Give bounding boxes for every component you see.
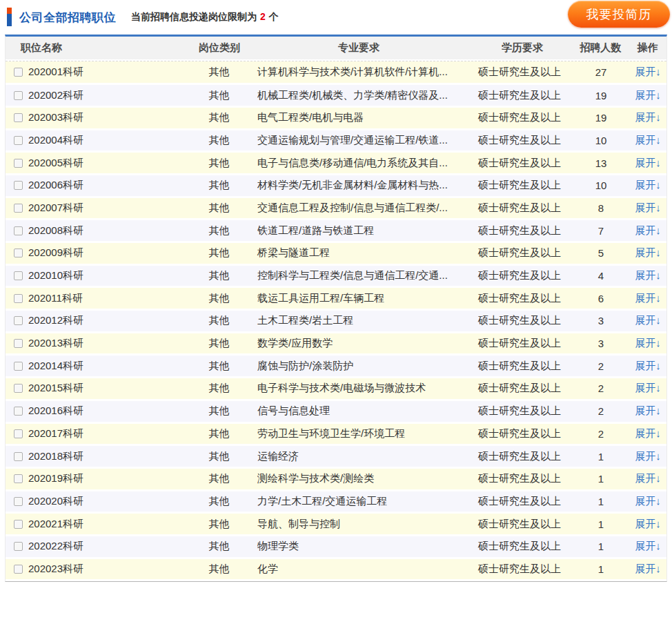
row-checkbox[interactable] [14,452,23,461]
job-major: 计算机科学与技术类/计算机软件/计算机... [245,61,473,84]
row-checkbox[interactable] [14,249,23,257]
job-education: 硕士研究生及以上 [473,287,573,310]
row-checkbox[interactable] [14,204,23,213]
job-name: 202020科研 [28,495,83,507]
job-count: 7 [573,220,629,242]
row-checkbox[interactable] [14,565,23,574]
submit-resume-button[interactable]: 我要投简历 [568,1,670,28]
row-checkbox[interactable] [14,113,23,122]
row-checkbox[interactable] [14,542,23,551]
row-checkbox[interactable] [14,362,23,371]
job-education: 硕士研究生及以上 [473,558,573,581]
row-checkbox[interactable] [14,429,23,438]
expand-link[interactable]: 展开↓ [635,450,661,462]
job-row: 202009科研其他桥梁与隧道工程硕士研究生及以上5展开↓ [6,242,666,265]
row-checkbox[interactable] [14,159,23,168]
job-row: 202020科研其他力学/土木工程/交通运输工程硕士研究生及以上1展开↓ [6,490,666,513]
expand-link[interactable]: 展开↓ [635,427,661,439]
job-category: 其他 [193,355,245,378]
expand-link[interactable]: 展开↓ [635,202,661,213]
expand-link[interactable]: 展开↓ [635,89,661,101]
expand-link[interactable]: 展开↓ [635,382,661,393]
job-major: 土木工程类/岩土工程 [245,310,473,333]
row-checkbox[interactable] [14,520,23,529]
job-row: 202002科研其他机械工程类/机械类、力学类/精密仪器及...硕士研究生及以上… [6,84,666,107]
job-name: 202003科研 [28,111,83,123]
job-name: 202013科研 [28,337,83,349]
job-education: 硕士研究生及以上 [473,220,573,242]
job-major: 电子与信息类/移动通信/电力系统及其自... [245,152,473,175]
job-count: 2 [573,400,629,422]
expand-link[interactable]: 展开↓ [635,540,661,552]
job-name: 202018科研 [28,450,83,462]
expand-link[interactable]: 展开↓ [635,518,661,529]
expand-link[interactable]: 展开↓ [635,157,661,168]
job-major: 材料学类/无机非金属材料/金属材料与热... [245,174,473,197]
row-checkbox[interactable] [14,68,23,77]
job-name: 202015科研 [28,382,83,393]
expand-link[interactable]: 展开↓ [635,405,661,416]
expand-link[interactable]: 展开↓ [635,495,661,507]
job-count: 6 [573,287,629,310]
row-checkbox[interactable] [14,384,23,393]
row-checkbox[interactable] [14,339,23,348]
job-count: 19 [573,84,629,107]
job-major: 力学/土木工程/交通运输工程 [245,490,473,513]
expand-link[interactable]: 展开↓ [635,224,661,236]
job-education: 硕士研究生及以上 [473,355,573,378]
job-category: 其他 [193,242,245,265]
row-checkbox[interactable] [14,474,23,483]
job-category: 其他 [193,174,245,197]
expand-link[interactable]: 展开↓ [635,337,661,349]
expand-link[interactable]: 展开↓ [635,134,661,146]
col-header-headcount: 招聘人数 [572,41,629,55]
job-major: 载运工具运用工程/车辆工程 [245,287,473,310]
expand-link[interactable]: 展开↓ [635,179,661,191]
job-count: 1 [573,513,629,536]
expand-link[interactable]: 展开↓ [635,269,661,281]
job-count: 1 [573,490,629,513]
job-major: 导航、制导与控制 [245,513,473,536]
expand-link[interactable]: 展开↓ [635,563,661,574]
job-education: 硕士研究生及以上 [473,490,573,513]
job-category: 其他 [193,513,245,536]
job-row: 202016科研其他信号与信息处理硕士研究生及以上2展开↓ [6,400,666,422]
row-checkbox[interactable] [14,91,23,100]
title-accent-bar [7,8,12,26]
job-category: 其他 [193,310,245,333]
expand-link[interactable]: 展开↓ [635,360,661,371]
job-name: 202006科研 [28,179,83,191]
expand-link[interactable]: 展开↓ [635,246,661,258]
job-count: 1 [573,445,629,468]
job-count: 13 [573,152,629,175]
row-checkbox[interactable] [14,181,23,190]
job-category: 其他 [193,287,245,310]
job-row: 202010科研其他控制科学与工程类/信息与通信工程/交通...硕士研究生及以上… [6,264,666,287]
row-checkbox[interactable] [14,136,23,145]
job-major: 运输经济 [245,445,473,468]
row-checkbox[interactable] [14,316,23,325]
row-checkbox[interactable] [14,226,23,235]
job-major: 测绘科学与技术类/测绘类 [245,467,473,490]
job-name: 202001科研 [28,66,83,77]
page-title: 公司全部招聘职位 [19,10,116,26]
expand-link[interactable]: 展开↓ [635,314,661,326]
expand-link[interactable]: 展开↓ [635,111,661,123]
expand-link[interactable]: 展开↓ [635,472,661,484]
job-education: 硕士研究生及以上 [473,445,573,468]
row-checkbox[interactable] [14,294,23,303]
row-checkbox[interactable] [14,271,23,280]
job-name: 202012科研 [28,314,83,326]
job-row: 202005科研其他电子与信息类/移动通信/电力系统及其自...硕士研究生及以上… [6,152,666,175]
job-education: 硕士研究生及以上 [473,129,573,152]
col-header-education: 学历要求 [473,41,573,55]
job-education: 硕士研究生及以上 [473,61,573,84]
job-major: 物理学类 [245,535,473,558]
limit-count: 2 [260,11,266,22]
expand-link[interactable]: 展开↓ [635,66,661,77]
expand-link[interactable]: 展开↓ [635,292,661,304]
row-checkbox[interactable] [14,497,23,506]
row-checkbox[interactable] [14,407,23,416]
job-count: 5 [573,242,629,265]
job-row: 202019科研其他测绘科学与技术类/测绘类硕士研究生及以上1展开↓ [6,467,666,490]
